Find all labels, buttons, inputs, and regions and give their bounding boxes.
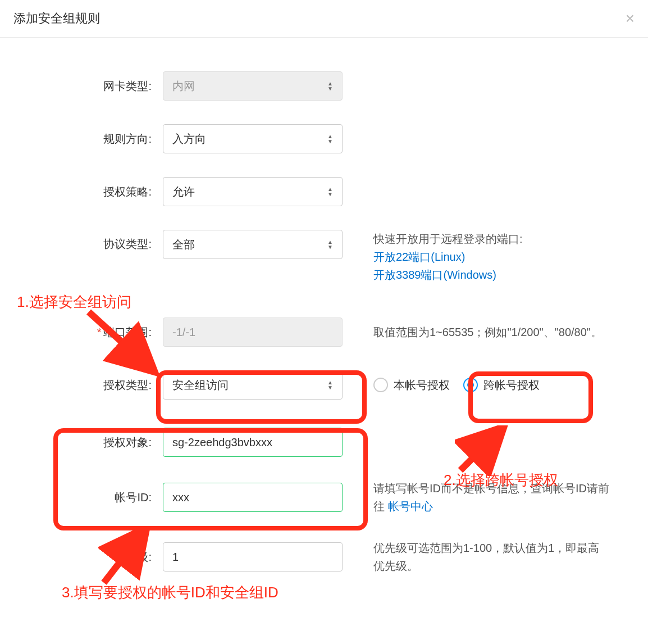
radio-icon (373, 378, 388, 392)
annotation-1: 1.选择安全组访问 (17, 292, 131, 312)
arrow-icon (455, 425, 511, 476)
close-icon[interactable]: × (626, 11, 635, 26)
link-open-3389[interactable]: 开放3389端口(Windows) (373, 266, 496, 284)
chevron-updown-icon: ▲▼ (327, 134, 333, 144)
row-auth-object: 授权对象: (0, 428, 648, 457)
select-protocol[interactable]: 全部 ▲▼ (163, 230, 343, 259)
select-protocol-value: 全部 (172, 237, 195, 252)
input-port-range: -1/-1 (163, 318, 343, 347)
help-protocol-intro: 快速开放用于远程登录的端口: (373, 233, 523, 245)
link-open-22[interactable]: 开放22端口(Linux) (373, 248, 465, 266)
annotation-3: 3.填写要授权的帐号ID和安全组ID (62, 583, 279, 602)
radio-checked-icon (463, 378, 478, 392)
row-policy: 授权策略: 允许 ▲▼ (0, 177, 648, 206)
dialog-header: 添加安全组规则 × (0, 0, 648, 38)
input-account-id[interactable] (163, 483, 343, 512)
input-port-range-value: -1/-1 (172, 326, 195, 339)
select-policy-value: 允许 (172, 184, 195, 199)
select-auth-type[interactable]: 安全组访问 ▲▼ (163, 370, 343, 400)
select-policy[interactable]: 允许 ▲▼ (163, 177, 343, 206)
link-account-center[interactable]: 帐号中心 (388, 497, 433, 515)
select-auth-type-value: 安全组访问 (172, 378, 229, 393)
select-nic-type: 内网 ▲▼ (163, 71, 343, 101)
label-auth-object: 授权对象: (0, 435, 163, 450)
annotation-2: 2.选择跨帐号授权 (444, 470, 558, 490)
row-priority: 优先级: 优先级可选范围为1-100，默认值为1，即最高优先级。 (0, 539, 648, 575)
label-protocol: 协议类型: (0, 230, 163, 252)
help-port-range: 取值范围为1~65535；例如"1/200"、"80/80"。 (373, 323, 602, 341)
svg-line-1 (89, 312, 150, 368)
label-nic-type: 网卡类型: (0, 79, 163, 94)
radio-cross-account[interactable]: 跨帐号授权 (463, 378, 540, 393)
input-auth-object[interactable] (163, 428, 343, 457)
label-direction: 规则方向: (0, 131, 163, 147)
radio-same-account[interactable]: 本帐号授权 (373, 378, 450, 393)
label-auth-type: 授权类型: (0, 378, 163, 393)
arrow-icon (83, 306, 162, 379)
help-priority: 优先级可选范围为1-100，默认值为1，即最高优先级。 (373, 539, 609, 575)
row-direction: 规则方向: 入方向 ▲▼ (0, 124, 648, 153)
form-body: 网卡类型: 内网 ▲▼ 规则方向: 入方向 ▲▼ 授权策略: 允许 ▲▼ 协 (0, 38, 648, 621)
label-policy: 授权策略: (0, 184, 163, 199)
svg-line-3 (460, 431, 500, 470)
row-protocol: 协议类型: 全部 ▲▼ 快速开放用于远程登录的端口: 开放22端口(Linux)… (0, 230, 648, 284)
radio-cross-account-label: 跨帐号授权 (483, 378, 540, 393)
dialog-title: 添加安全组规则 (13, 10, 100, 27)
select-nic-type-value: 内网 (172, 79, 195, 94)
help-protocol: 快速开放用于远程登录的端口: 开放22端口(Linux) 开放3389端口(Wi… (373, 230, 523, 284)
auth-scope-radio-group: 本帐号授权 跨帐号授权 (373, 378, 540, 393)
arrow-icon (98, 527, 154, 588)
row-nic-type: 网卡类型: 内网 ▲▼ (0, 71, 648, 101)
chevron-updown-icon: ▲▼ (327, 81, 333, 91)
chevron-updown-icon: ▲▼ (327, 380, 333, 390)
chevron-updown-icon: ▲▼ (327, 187, 333, 197)
svg-line-5 (104, 532, 143, 583)
input-priority[interactable] (163, 542, 343, 572)
label-account-id: 帐号ID: (0, 490, 163, 505)
select-direction[interactable]: 入方向 ▲▼ (163, 124, 343, 153)
radio-same-account-label: 本帐号授权 (394, 378, 450, 393)
select-direction-value: 入方向 (172, 131, 206, 147)
chevron-updown-icon: ▲▼ (327, 240, 333, 250)
